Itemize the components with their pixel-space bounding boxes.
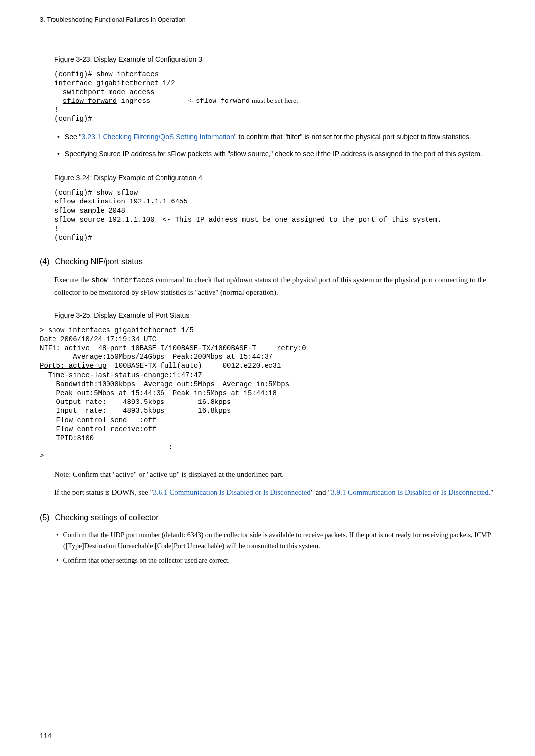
- code-line: Time-since-last-status-change:1:47:47: [40, 371, 202, 379]
- section-title: Checking NIF/port status: [55, 257, 143, 266]
- code-line: Date 2006/10/24 17:19:34 UTC: [40, 335, 156, 343]
- annotation-text: must be set here.: [250, 97, 298, 104]
- code-line: (config)#: [54, 115, 92, 123]
- code-line: interface gigabitethernet 1/2: [54, 79, 175, 87]
- code-line: sflow forward: [196, 97, 250, 105]
- text: Execute the: [54, 276, 91, 284]
- code-line: sflow sample 2048: [54, 207, 125, 215]
- collector-settings-list: Confirm that the UDP port number (defaul…: [54, 530, 495, 567]
- chapter-number: 3.: [40, 16, 45, 23]
- figure-3-24-title: Figure 3-24: Display Example of Configur…: [54, 173, 495, 183]
- code-block-config-3: (config)# show interfaces interface giga…: [54, 70, 495, 124]
- link-comm-disabled-391[interactable]: 3.9.1 Communication Is Disabled or Is Di…: [331, 488, 490, 496]
- section-4-heading: (4)Checking NIF/port status: [40, 256, 495, 268]
- link-comm-disabled-361[interactable]: 3.6.1 Communication Is Disabled or Is Di…: [153, 488, 311, 496]
- code-line: Output rate: 4893.5kbps 16.8kpps: [40, 398, 231, 406]
- note-confirm-active: Note: Confirm that "active" or "active u…: [54, 468, 495, 480]
- text: See ": [65, 133, 82, 141]
- code-block-config-4: (config)# show sflow sflow destination 1…: [54, 188, 495, 242]
- section-4-body: Execute the show interfaces command to c…: [54, 274, 495, 298]
- code-line: Flow control send :off: [40, 416, 156, 424]
- code-line: sflow destination 192.1.1.1 6455: [54, 198, 188, 205]
- code-line: Average:150Mbps/24Gbps Peak:200Mbps at 1…: [40, 353, 272, 361]
- section-5-heading: (5)Checking settings of collector: [40, 512, 495, 524]
- code-block-port-status: > show interfaces gigabitethernet 1/5 Da…: [40, 326, 495, 461]
- code-line: TPID:8100: [40, 434, 94, 442]
- nif-active: NIF1: active: [40, 344, 90, 352]
- code-line: !: [54, 225, 58, 233]
- list-item: Confirm that the UDP port number (defaul…: [54, 530, 495, 552]
- code-line: Flow control receive:off: [40, 425, 156, 433]
- note-port-down: If the port status is DOWN, see "3.6.1 C…: [54, 486, 495, 498]
- code-line: switchport mode access: [54, 88, 155, 96]
- code-line: :: [40, 443, 173, 451]
- text: " and ": [311, 488, 331, 496]
- section-title: Checking settings of collector: [55, 513, 159, 522]
- chapter-title: Troubleshooting Functional Failures in O…: [47, 16, 186, 23]
- bullet-item: Specifying Source IP address for sFlow p…: [54, 149, 495, 160]
- text: " to confirm that "filter" is not set fo…: [234, 133, 471, 141]
- code-line: > show interfaces gigabitethernet 1/5: [40, 326, 194, 334]
- section-prefix: (4): [40, 257, 50, 266]
- code-sflow-forward: sflow forward: [63, 97, 117, 105]
- page-header: 3. Troubleshooting Functional Failures i…: [40, 15, 495, 25]
- section-prefix: (5): [40, 513, 50, 522]
- code-line: [54, 97, 63, 105]
- figure-3-23-title: Figure 3-23: Display Example of Configur…: [54, 54, 495, 65]
- code-line: Input rate: 4893.5kbps 16.8kpps: [40, 407, 231, 415]
- bullet-list-1: See "3.23.1 Checking Filtering/QoS Setti…: [54, 131, 495, 161]
- code-line: ingress: [117, 97, 188, 105]
- code-line: (config)# show interfaces: [54, 70, 159, 78]
- list-item: Confirm that other settings on the colle…: [54, 555, 495, 566]
- code-line: 100BASE-TX full(auto) 0012.e220.ec31: [106, 362, 281, 370]
- figure-3-25-title: Figure 3-25: Display Example of Port Sta…: [54, 310, 495, 321]
- code-line: (config)#: [54, 234, 92, 242]
- annotation-arrow: <-: [188, 97, 196, 104]
- code-line: !: [54, 106, 58, 114]
- code-line: (config)# show sflow: [54, 189, 138, 197]
- port-active-up: Port5: active up: [40, 362, 106, 370]
- text: ": [490, 488, 493, 496]
- text: If the port status is DOWN, see ": [54, 488, 153, 496]
- page-number: 114: [40, 731, 51, 741]
- code-line: 48-port 10BASE-T/100BASE-TX/1000BASE-T r…: [90, 344, 306, 352]
- code-line: Bandwidth:10000kbps Average out:5Mbps Av…: [40, 380, 289, 388]
- command-text: show interfaces: [91, 276, 154, 284]
- code-line: Peak out:5Mbps at 15:44:36 Peak in:5Mbps…: [40, 389, 277, 397]
- code-line: >: [40, 452, 44, 460]
- code-line: sflow source 192.1.1.100 <- This IP addr…: [54, 216, 441, 224]
- link-filtering-qos[interactable]: 3.23.1 Checking Filtering/QoS Setting In…: [82, 133, 234, 141]
- bullet-item: See "3.23.1 Checking Filtering/QoS Setti…: [54, 131, 495, 143]
